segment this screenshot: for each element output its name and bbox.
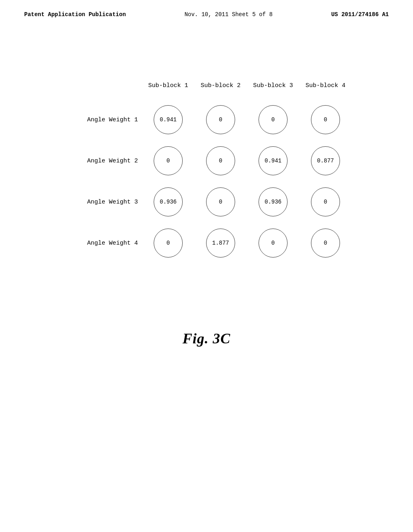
circle-r4-c2: 1.877	[206, 229, 235, 258]
cell-r2-c2: 0	[206, 146, 235, 175]
circle-r3-c4: 0	[311, 187, 340, 216]
header-center: Nov. 10, 2011 Sheet 5 of 8	[184, 11, 272, 18]
cell-r1-c4: 0	[311, 105, 340, 134]
weight-grid: Sub-block 1Sub-block 2Sub-block 3Sub-blo…	[61, 82, 352, 258]
col-header-3: Sub-block 3	[253, 82, 293, 93]
header-right: US 2011/274186 A1	[331, 11, 389, 18]
cell-r3-c4: 0	[311, 187, 340, 216]
circle-r4-c4: 0	[311, 229, 340, 258]
cell-r1-c1: 0.941	[154, 105, 183, 134]
cell-r2-c3: 0.941	[259, 146, 288, 175]
cell-r4-c4: 0	[311, 229, 340, 258]
main-content: Sub-block 1Sub-block 2Sub-block 3Sub-blo…	[0, 82, 413, 347]
circle-r2-c2: 0	[206, 146, 235, 175]
col-header-1: Sub-block 1	[148, 82, 188, 93]
row-label-3: Angle Weight 3	[87, 199, 142, 206]
circle-r2-c4: 0.877	[311, 146, 340, 175]
row-label-4: Angle Weight 4	[87, 240, 142, 247]
row-label-2: Angle Weight 2	[87, 158, 142, 164]
col-header-2: Sub-block 2	[200, 82, 240, 93]
cell-r4-c3: 0	[259, 229, 288, 258]
cell-r1-c3: 0	[259, 105, 288, 134]
cell-r3-c1: 0.936	[154, 187, 183, 216]
circle-r1-c4: 0	[311, 105, 340, 134]
circle-r1-c2: 0	[206, 105, 235, 134]
circle-r3-c3: 0.936	[259, 187, 288, 216]
cell-r4-c1: 0	[154, 229, 183, 258]
cell-r3-c3: 0.936	[259, 187, 288, 216]
cell-r2-c1: 0	[154, 146, 183, 175]
circle-r3-c2: 0	[206, 187, 235, 216]
page-header: Patent Application Publication Nov. 10, …	[0, 0, 413, 18]
circle-r1-c1: 0.941	[154, 105, 183, 134]
cell-r4-c2: 1.877	[206, 229, 235, 258]
circle-r3-c1: 0.936	[154, 187, 183, 216]
cell-r3-c2: 0	[206, 187, 235, 216]
row-label-1: Angle Weight 1	[87, 116, 142, 123]
circle-r4-c3: 0	[259, 229, 288, 258]
col-header-4: Sub-block 4	[305, 82, 345, 93]
cell-r2-c4: 0.877	[311, 146, 340, 175]
figure-label: Fig. 3C	[182, 330, 230, 347]
cell-r1-c2: 0	[206, 105, 235, 134]
circle-r2-c1: 0	[154, 146, 183, 175]
circle-r4-c1: 0	[154, 229, 183, 258]
circle-r1-c3: 0	[259, 105, 288, 134]
header-left: Patent Application Publication	[24, 11, 126, 18]
circle-r2-c3: 0.941	[259, 146, 288, 175]
